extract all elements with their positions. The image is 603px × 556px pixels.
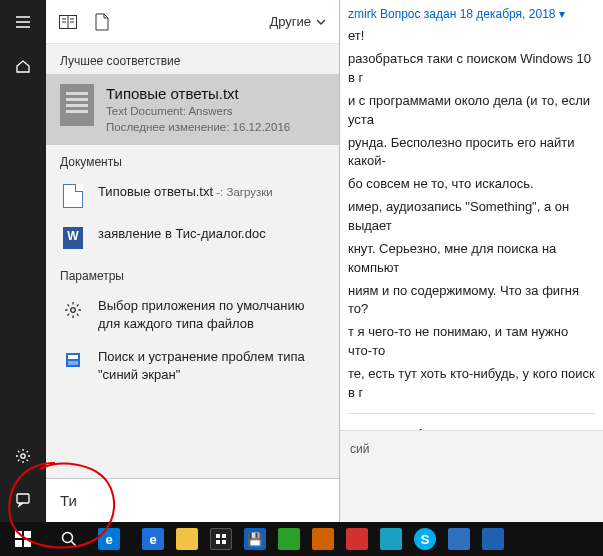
filters-label: Другие [269,14,311,29]
document-icon[interactable] [92,12,112,32]
settings-result[interactable]: Поиск и устранение проблем типа "синий э… [46,340,339,391]
svg-rect-21 [222,540,226,544]
body-text: и с программами около дела (и то, если у… [348,92,595,130]
svg-rect-15 [24,540,31,547]
settings-icon[interactable] [0,434,46,478]
word-doc-icon [60,225,86,251]
taskbar-search-icon[interactable] [46,522,92,556]
taskbar-app-icon[interactable] [306,522,340,556]
troubleshoot-icon [60,348,86,374]
taskbar-app-icon[interactable] [374,522,408,556]
gear-icon [60,297,86,323]
result-title: заявление в Тис-диалог.doc [98,226,266,241]
taskbar-edge-icon[interactable]: e [92,522,126,556]
result-title: Типовые ответы.txt [98,184,213,199]
svg-point-16 [63,533,73,543]
cortana-rail [0,0,46,522]
body-text: кнут. Серьезно, мне для поиска на компью… [348,240,595,278]
taskbar-store-icon[interactable] [204,522,238,556]
taskbar-app-icon[interactable] [272,522,306,556]
footer-fragment: сий [350,442,369,456]
body-text: те, есть тут хоть кто-нибудь, у кого пои… [348,365,595,403]
taskbar-app-icon[interactable] [442,522,476,556]
body-text: имер, аудиозапись "Something", а он выда… [348,198,595,236]
home-icon[interactable] [0,44,46,88]
result-title: Поиск и устранение проблем типа "синий э… [98,349,305,382]
taskbar-explorer-icon[interactable] [170,522,204,556]
document-result[interactable]: Типовые ответы.txt -: Загрузки [46,175,339,217]
page-footer: сий [340,430,603,530]
search-input[interactable]: Ти [46,478,339,522]
feedback-icon[interactable] [0,478,46,522]
body-text: ниям и по содержимому. Что за фигня то? [348,282,595,320]
svg-rect-10 [68,355,78,359]
taskbar: e e 💾 S [0,522,603,556]
svg-point-0 [21,454,25,458]
taskbar-app-icon[interactable]: 💾 [238,522,272,556]
hamburger-icon[interactable] [0,0,46,44]
svg-rect-12 [15,531,22,538]
start-button[interactable] [0,522,46,556]
chevron-down-icon [315,16,327,28]
svg-line-17 [72,542,77,547]
result-title: Типовые ответы.txt [106,84,325,104]
filters-dropdown[interactable]: Другие [269,14,327,29]
panel-header: Другие [46,0,339,44]
body-text: ет! [348,27,595,46]
body-text: бо совсем не то, что искалось. [348,175,595,194]
results-list: Лучшее соответствие Типовые ответы.txt T… [46,44,339,478]
result-subtitle: Text Document: Answers [106,104,325,120]
taskbar-skype-icon[interactable]: S [408,522,442,556]
taskbar-ie-icon[interactable]: e [136,522,170,556]
search-input-value: Ти [60,492,77,509]
result-modified: Последнее изменение: 16.12.2016 [106,120,325,136]
question-meta: zmirk Вопрос задан 18 декабря, 2018 ▾ [348,6,595,23]
svg-point-8 [71,308,76,313]
divider [348,413,595,414]
reading-view-icon[interactable] [58,12,78,32]
result-title: Выбор приложения по умолчанию для каждог… [98,298,305,331]
section-best-match: Лучшее соответствие [46,44,339,74]
svg-rect-20 [216,540,220,544]
svg-rect-19 [222,534,226,538]
svg-rect-1 [17,494,29,503]
body-text: т я чего-то не понимаю, и там нужно что-… [348,323,595,361]
body-text: разобраться таки с поиском Windows 10 в … [348,50,595,88]
page-root: zmirk Вопрос задан 18 декабря, 2018 ▾ ет… [0,0,603,556]
text-file-icon [60,183,86,209]
result-location: -: Загрузки [213,186,273,198]
text-file-icon [60,84,94,126]
svg-rect-14 [15,540,22,547]
section-documents: Документы [46,145,339,175]
svg-rect-18 [216,534,220,538]
svg-rect-11 [68,361,78,365]
search-panel: Другие Лучшее соответствие Типовые ответ… [46,0,340,522]
taskbar-app-icon[interactable] [476,522,510,556]
document-result[interactable]: заявление в Тис-диалог.doc [46,217,339,259]
webpage-body: zmirk Вопрос задан 18 декабря, 2018 ▾ ет… [340,0,603,530]
body-text: рунда. Бесполезно просить его найти како… [348,134,595,172]
settings-result[interactable]: Выбор приложения по умолчанию для каждог… [46,289,339,340]
best-match-result[interactable]: Типовые ответы.txt Text Document: Answer… [46,74,339,145]
section-settings: Параметры [46,259,339,289]
taskbar-app-icon[interactable] [340,522,374,556]
svg-rect-13 [24,531,31,538]
